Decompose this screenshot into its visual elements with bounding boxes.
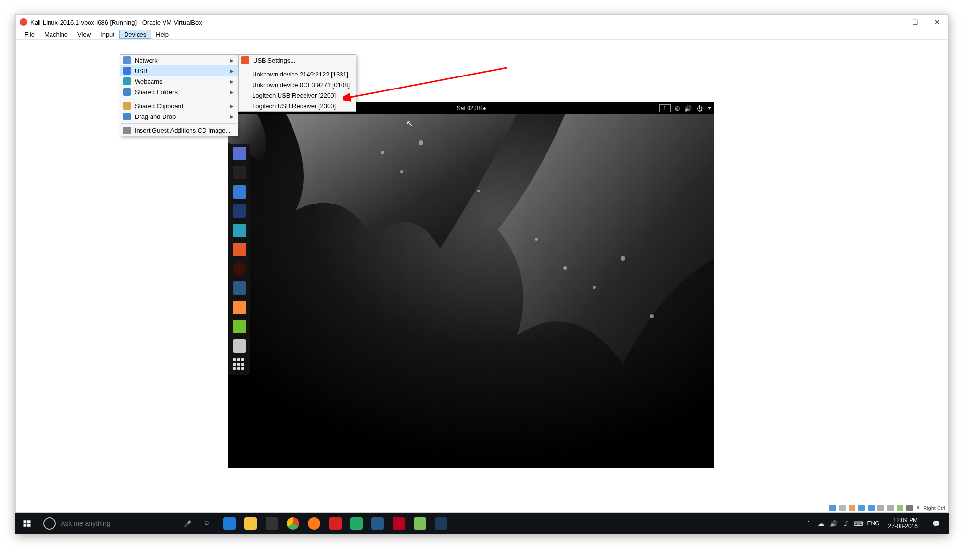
dock-burpsuite[interactable] xyxy=(233,243,246,256)
system-menu-chevron-icon[interactable] xyxy=(708,107,711,110)
taskbar-notepad[interactable] xyxy=(410,513,430,534)
power-icon[interactable]: ⏻ xyxy=(697,105,703,112)
maximize-button[interactable]: ☐ xyxy=(904,15,926,29)
status-mouse-icon[interactable]: ⬇ xyxy=(916,505,920,511)
svg-point-9 xyxy=(477,190,480,192)
dock-metasploit[interactable] xyxy=(233,204,246,218)
submenu-arrow-icon: ▶ xyxy=(230,103,234,109)
dock-beef[interactable] xyxy=(233,281,246,295)
start-button[interactable] xyxy=(15,513,38,534)
taskbar-clock[interactable]: 12:09 PM 27-08-2016 xyxy=(885,517,922,530)
status-display-icon[interactable] xyxy=(887,505,894,511)
guest-display[interactable]: Sat 02:38 1 ⎚ 🔊 ⏻ xyxy=(228,102,714,468)
screencast-icon[interactable]: ⎚ xyxy=(675,104,679,112)
submenu-arrow-icon: ▶ xyxy=(230,89,234,95)
tray-network-icon[interactable]: ⇵ xyxy=(842,520,850,527)
screenshot-frame: Kali-Linux-2016.1-vbox-i686 [Running] - … xyxy=(15,14,949,534)
status-shared-folders-icon[interactable] xyxy=(877,505,884,511)
devices-menu-guest-additions[interactable]: Insert Guest Additions CD image... xyxy=(120,125,238,136)
tray-chevron-up-icon[interactable]: ˄ xyxy=(805,520,812,527)
taskbar-explorer[interactable] xyxy=(241,513,261,534)
usb-device-0[interactable]: Unknown device 2149:2122 [1331] xyxy=(239,69,356,79)
taskbar-edge[interactable] xyxy=(219,513,240,534)
cortana-search[interactable] xyxy=(38,513,178,534)
usb-submenu: USB Settings... Unknown device 2149:2122… xyxy=(238,54,356,112)
devices-menu-shared-folders[interactable]: Shared Folders▶ xyxy=(120,87,238,97)
menu-devices[interactable]: Devices xyxy=(119,30,151,39)
windows-logo-icon xyxy=(23,519,31,528)
dock-maltego[interactable] xyxy=(233,262,246,276)
dock-leafpad[interactable] xyxy=(233,320,246,333)
menu-view[interactable]: View xyxy=(73,30,96,39)
devices-menu-usb[interactable]: USB▶ xyxy=(120,65,238,76)
status-hdd-icon[interactable] xyxy=(829,505,836,511)
taskbar-chrome[interactable] xyxy=(283,513,303,534)
usb-settings-item[interactable]: USB Settings... xyxy=(239,55,356,65)
virtualbox-window: Kali-Linux-2016.1-vbox-i686 [Running] - … xyxy=(15,14,949,513)
dock-show-apps[interactable] xyxy=(233,358,246,372)
workspace-indicator[interactable]: 1 xyxy=(659,104,671,112)
devices-menu-network[interactable]: Network▶ xyxy=(120,55,238,65)
svg-point-1 xyxy=(381,151,384,154)
cd-icon xyxy=(123,127,131,134)
network-icon xyxy=(123,56,131,64)
taskbar-virtualbox[interactable] xyxy=(431,513,451,534)
dock-terminal[interactable] xyxy=(233,166,246,179)
devices-menu-webcams[interactable]: Webcams▶ xyxy=(120,76,238,87)
action-center-button[interactable]: 💬 xyxy=(926,513,946,534)
vbox-app-icon xyxy=(20,18,27,26)
usb-device-3[interactable]: Logitech USB Receiver [2300] xyxy=(239,101,356,111)
menu-input[interactable]: Input xyxy=(96,30,119,39)
status-cpu-icon[interactable] xyxy=(906,505,913,511)
close-button[interactable]: ✕ xyxy=(926,15,948,29)
window-controls: — ☐ ✕ xyxy=(882,15,948,29)
devices-menu-drag-and-drop[interactable]: Drag and Drop▶ xyxy=(120,111,238,122)
taskbar-filezilla[interactable] xyxy=(389,513,409,534)
vbox-window-title: Kali-Linux-2016.1-vbox-i686 [Running] - … xyxy=(30,19,202,26)
tray-volume-icon[interactable]: 🔊 xyxy=(830,520,837,527)
status-network-icon[interactable] xyxy=(858,505,865,511)
gnome-dock xyxy=(228,144,250,375)
menu-separator xyxy=(121,123,237,124)
svg-point-7 xyxy=(650,314,654,318)
volume-icon[interactable]: 🔊 xyxy=(684,105,692,112)
usb-device-1[interactable]: Unknown device 0CF3:9271 [0108] xyxy=(239,79,356,90)
tray-keyboard-icon[interactable]: ⌨ xyxy=(855,520,863,527)
drag-icon xyxy=(123,113,131,120)
status-audio-icon[interactable] xyxy=(849,505,855,511)
tray-language[interactable]: ENG xyxy=(867,520,880,527)
vbox-titlebar[interactable]: Kali-Linux-2016.1-vbox-i686 [Running] - … xyxy=(16,15,948,29)
gnome-clock[interactable]: Sat 02:38 xyxy=(457,105,486,112)
dock-armitage[interactable] xyxy=(233,224,246,237)
dock-app-1[interactable] xyxy=(233,147,246,160)
dock-faraday[interactable] xyxy=(233,301,246,314)
menu-file[interactable]: File xyxy=(20,30,39,39)
usb-device-2[interactable]: Logitech USB Receiver [2200] xyxy=(239,90,356,101)
status-usb-icon[interactable] xyxy=(868,505,875,511)
svg-point-5 xyxy=(593,286,596,289)
tray-onedrive-icon[interactable]: ☁ xyxy=(817,520,825,527)
host-key-label: Right Ctrl xyxy=(923,505,945,511)
menu-help[interactable]: Help xyxy=(151,30,174,39)
menu-machine[interactable]: Machine xyxy=(39,30,73,39)
dock-files[interactable] xyxy=(233,185,246,199)
submenu-arrow-icon: ▶ xyxy=(230,114,234,119)
clipboard-icon xyxy=(123,102,131,110)
taskbar-app-mix[interactable] xyxy=(346,513,367,534)
taskbar-store[interactable] xyxy=(262,513,282,534)
wallpaper xyxy=(228,114,714,468)
task-view-button[interactable]: ⧉ xyxy=(197,513,216,534)
taskbar-app-dual[interactable] xyxy=(368,513,388,534)
vbox-menubar: File Machine View Input Devices Help xyxy=(16,29,948,40)
usb-icon xyxy=(123,67,131,75)
status-optical-icon[interactable] xyxy=(839,505,846,511)
submenu-arrow-icon: ▶ xyxy=(230,58,234,63)
minimize-button[interactable]: — xyxy=(882,15,904,29)
taskbar-app-red[interactable] xyxy=(325,513,345,534)
dock-tweak[interactable] xyxy=(233,339,246,353)
devices-menu-shared-clipboard[interactable]: Shared Clipboard▶ xyxy=(120,101,238,111)
status-recording-icon[interactable] xyxy=(897,505,903,511)
taskbar-firefox[interactable] xyxy=(304,513,324,534)
cortana-mic-button[interactable]: 🎤 xyxy=(178,513,197,534)
search-input[interactable] xyxy=(61,520,147,527)
